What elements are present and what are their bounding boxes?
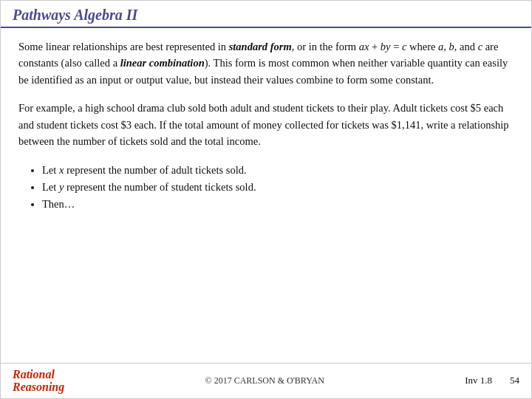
var-b2: b (449, 41, 454, 52)
footer-pagination: Inv 1.8 54 (465, 375, 519, 386)
bullet-list: Let x represent the number of adult tick… (42, 162, 514, 214)
footer-inv: Inv 1.8 (465, 375, 492, 386)
footer: Rational Reasoning © 2017 CARLSON & O'BR… (1, 363, 531, 398)
page-title: Pathways Algebra II (13, 7, 137, 23)
footer-page-number: 54 (510, 375, 519, 386)
term-linear-combination: linear combination (120, 57, 205, 69)
var-ax: ax (359, 41, 369, 52)
paragraph-2: For example, a high school drama club so… (18, 100, 514, 149)
var-by: by (381, 41, 391, 52)
header: Pathways Algebra II (1, 1, 531, 28)
list-item: Then… (42, 196, 514, 213)
var-a: a (438, 41, 443, 52)
list-item: Let y represent the number of student ti… (42, 179, 514, 196)
var-c2: c (478, 41, 482, 52)
paragraph-1: Some linear relationships are best repre… (18, 38, 514, 88)
logo: Rational Reasoning (13, 368, 64, 394)
page: Pathways Algebra II Some linear relation… (0, 0, 532, 399)
main-content: Some linear relationships are best repre… (1, 28, 531, 363)
term-standard-form: standard form (229, 41, 292, 52)
logo-line1: Rational (13, 368, 55, 381)
list-item: Let x represent the number of adult tick… (42, 162, 514, 179)
footer-copyright: © 2017 CARLSON & O'BRYAN (64, 375, 465, 386)
logo-line2: Reasoning (13, 381, 64, 394)
var-c: c (402, 41, 406, 52)
